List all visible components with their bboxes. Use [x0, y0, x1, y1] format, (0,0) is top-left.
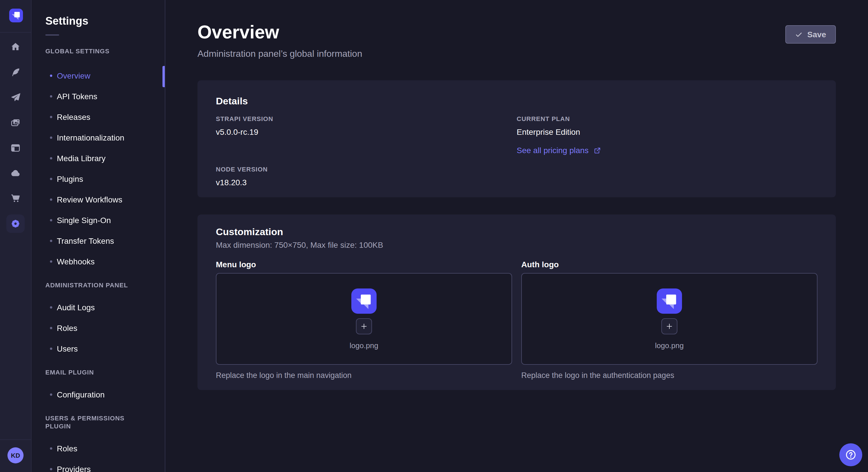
sidebar-item-label: Overview: [57, 71, 90, 80]
sidebar-item-roles[interactable]: Roles: [32, 438, 165, 459]
logo-preview: [657, 288, 682, 313]
upload-caption: Replace the logo in the main navigation: [216, 370, 512, 381]
sidebar-item-roles[interactable]: Roles: [32, 318, 165, 338]
add-logo-button[interactable]: [356, 318, 372, 334]
sidebar-item-label: Configuration: [57, 390, 105, 399]
rail-item-content[interactable]: [6, 63, 25, 81]
field-value: v5.0.0-rc.19: [216, 126, 517, 138]
customization-title: Customization: [216, 226, 817, 239]
customization-subtitle: Max dimension: 750×750, Max file size: 1…: [216, 240, 817, 250]
sidebar-item-webhooks[interactable]: Webhooks: [32, 251, 165, 272]
upload-caption: Replace the logo in the authentication p…: [521, 370, 817, 381]
subnav-group-header: GLOBAL SETTINGS: [32, 47, 165, 55]
check-icon: [795, 31, 803, 38]
rail-item-deploy[interactable]: [6, 88, 25, 107]
subnav-title: Settings: [32, 0, 165, 28]
pricing-plans-link[interactable]: See all pricing plans: [517, 146, 602, 155]
details-column: STRAPI VERSIONv5.0.0-rc.19NODE VERSIONv1…: [216, 115, 517, 188]
sidebar-item-label: Releases: [57, 112, 90, 122]
details-card: Details STRAPI VERSIONv5.0.0-rc.19NODE V…: [197, 80, 836, 197]
bullet-icon: [50, 178, 52, 180]
bullet-icon: [50, 327, 52, 329]
sidebar-item-label: Media Library: [57, 154, 105, 163]
sidebar-item-label: Transfer Tokens: [57, 236, 114, 245]
upload-dropzone-menu-logo[interactable]: logo.png: [216, 273, 512, 365]
logo-field-label: Auth logo: [521, 259, 817, 270]
bullet-icon: [50, 219, 52, 222]
logo-filename: logo.png: [655, 341, 684, 349]
sidebar-item-label: Webhooks: [57, 257, 95, 266]
strapi-logo-icon: [657, 288, 682, 313]
feather-icon: [10, 67, 21, 78]
bullet-icon: [50, 240, 52, 242]
sidebar-item-label: Roles: [57, 324, 78, 333]
page-subtitle: Administration panel’s global informatio…: [197, 48, 362, 60]
save-button-label: Save: [807, 30, 826, 39]
sidebar-item-api-tokens[interactable]: API Tokens: [32, 86, 165, 107]
upload-dropzone-auth-logo[interactable]: logo.png: [521, 273, 817, 365]
plus-icon: [360, 322, 368, 330]
details-field: NODE VERSIONv18.20.3: [216, 165, 517, 188]
rail-item-media[interactable]: [6, 113, 25, 132]
sidebar-item-single-sign-on[interactable]: Single Sign-On: [32, 210, 165, 231]
active-scroll-indicator: [162, 66, 165, 87]
sidebar-item-label: Users: [57, 344, 78, 353]
bullet-icon: [50, 447, 52, 450]
page-title: Overview: [197, 21, 362, 43]
subnav-divider: [45, 34, 59, 36]
sidebar-item-label: Roles: [57, 444, 78, 453]
sidebar-item-overview[interactable]: Overview: [32, 65, 165, 86]
sidebar-item-plugins[interactable]: Plugins: [32, 169, 165, 189]
external-link-icon: [593, 146, 602, 155]
sidebar-item-internationalization[interactable]: Internationalization: [32, 127, 165, 148]
strapi-logo[interactable]: [9, 9, 23, 22]
details-field: CURRENT PLANEnterprise EditionSee all pr…: [517, 115, 817, 156]
sidebar-item-label: Internationalization: [57, 133, 124, 142]
sidebar-item-review-workflows[interactable]: Review Workflows: [32, 189, 165, 210]
rail-item-purchases[interactable]: [6, 189, 25, 208]
sidebar-item-audit-logs[interactable]: Audit Logs: [32, 297, 165, 318]
bullet-icon: [50, 394, 52, 396]
rail-item-marketplace[interactable]: [6, 139, 25, 157]
bullet-icon: [50, 347, 52, 350]
settings-subnav: Settings GLOBAL SETTINGSOverviewAPI Toke…: [32, 0, 165, 472]
field-value: v18.20.3: [216, 177, 517, 188]
rail-item-home[interactable]: [6, 38, 25, 56]
details-column: CURRENT PLANEnterprise EditionSee all pr…: [517, 115, 817, 188]
logo-filename: logo.png: [350, 341, 378, 349]
rail-item-cloud[interactable]: [6, 164, 25, 182]
cart-icon: [10, 193, 21, 204]
sidebar-item-transfer-tokens[interactable]: Transfer Tokens: [32, 231, 165, 251]
page-header: Overview Administration panel’s global i…: [197, 21, 836, 60]
bullet-icon: [50, 157, 52, 160]
details-field: STRAPI VERSIONv5.0.0-rc.19: [216, 115, 517, 138]
sidebar-item-media-library[interactable]: Media Library: [32, 148, 165, 169]
sidebar-item-providers[interactable]: Providers: [32, 459, 165, 472]
save-button[interactable]: Save: [786, 25, 836, 43]
strapi-logo-icon: [9, 9, 23, 22]
sidebar-item-configuration[interactable]: Configuration: [32, 384, 165, 405]
gear-icon: [10, 218, 21, 229]
main-content: Overview Administration panel’s global i…: [165, 0, 868, 472]
sidebar-item-releases[interactable]: Releases: [32, 107, 165, 127]
subnav-group-header: USERS & PERMISSIONS PLUGIN: [32, 414, 165, 430]
bullet-icon: [50, 136, 52, 139]
field-label: STRAPI VERSION: [216, 115, 517, 123]
rail-divider-bottom: [0, 439, 31, 440]
help-button[interactable]: [839, 443, 862, 466]
rail-item-settings[interactable]: [6, 214, 25, 233]
bullet-icon: [50, 260, 52, 263]
user-avatar[interactable]: KD: [7, 447, 24, 463]
home-icon: [10, 41, 21, 53]
logo-preview: [351, 288, 377, 313]
add-logo-button[interactable]: [661, 318, 677, 334]
subnav-group-header: EMAIL PLUGIN: [32, 368, 165, 376]
rail-nav: [0, 38, 31, 233]
rail-divider: [0, 32, 31, 33]
sidebar-item-users[interactable]: Users: [32, 338, 165, 359]
bullet-icon: [50, 198, 52, 201]
pricing-plans-link-label: See all pricing plans: [517, 146, 589, 155]
bullet-icon: [50, 116, 52, 118]
sidebar-item-label: Audit Logs: [57, 303, 95, 312]
field-label: NODE VERSION: [216, 165, 517, 173]
